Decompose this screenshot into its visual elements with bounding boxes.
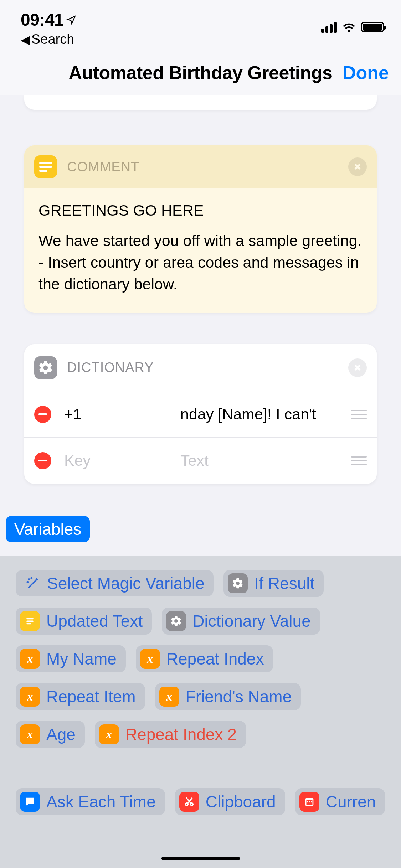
- variables-panel: Select Magic Variable If Result Updated …: [0, 556, 401, 868]
- dict-value-input[interactable]: Text: [180, 452, 209, 469]
- ask-each-time-pill[interactable]: Ask Each Time: [16, 788, 165, 815]
- status-right: [321, 10, 384, 34]
- svg-rect-12: [311, 801, 312, 803]
- dictionary-header: DICTIONARY: [24, 344, 377, 391]
- if-result-pill[interactable]: If Result: [223, 570, 324, 597]
- variable-x-icon: x: [99, 724, 119, 744]
- comment-line-1: GREETINGS GO HERE: [38, 200, 363, 221]
- drag-handle-icon[interactable]: [351, 410, 367, 419]
- variables-chip[interactable]: Variables: [6, 516, 90, 542]
- gear-icon: [166, 611, 186, 631]
- svg-point-0: [29, 579, 29, 580]
- svg-point-1: [27, 582, 28, 582]
- current-date-pill[interactable]: Curren: [295, 788, 385, 815]
- friends-name-pill[interactable]: x Friend's Name: [155, 683, 301, 710]
- text-lines-icon: [20, 611, 40, 631]
- comment-line-3: - Insert country or area codes and messa…: [38, 252, 363, 295]
- svg-rect-4: [26, 621, 34, 622]
- dictionary-value-pill[interactable]: Dictionary Value: [162, 608, 320, 635]
- my-name-pill[interactable]: x My Name: [16, 645, 126, 672]
- variable-x-icon: x: [140, 649, 160, 669]
- comment-delete-button[interactable]: [348, 157, 367, 176]
- cell-signal-icon: [321, 21, 337, 33]
- dictionary-row: Key Text: [24, 438, 377, 484]
- gear-icon: [228, 573, 248, 593]
- dictionary-icon: [34, 356, 57, 379]
- scissors-icon: [179, 792, 199, 812]
- done-button[interactable]: Done: [343, 62, 389, 83]
- svg-rect-10: [307, 801, 308, 803]
- select-magic-variable-button[interactable]: Select Magic Variable: [16, 570, 214, 596]
- dict-key-input[interactable]: +1: [64, 405, 82, 423]
- comment-header-label: COMMENT: [67, 159, 139, 175]
- svg-rect-3: [26, 618, 34, 620]
- back-to-search[interactable]: ◀ Search: [21, 32, 74, 47]
- dict-key-input[interactable]: Key: [64, 452, 91, 469]
- nav-bar: Automated Birthday Greetings Done: [0, 50, 401, 95]
- variable-x-icon: x: [159, 687, 179, 707]
- comment-icon: [34, 155, 57, 178]
- dictionary-delete-button[interactable]: [348, 358, 367, 377]
- dict-value-input[interactable]: nday [Name]! I can't: [180, 405, 316, 423]
- updated-text-pill[interactable]: Updated Text: [16, 608, 152, 635]
- calendar-icon: [299, 792, 319, 812]
- status-bar: 09:41 ◀ Search: [0, 0, 401, 50]
- comment-body[interactable]: GREETINGS GO HERE We have started you of…: [24, 188, 377, 313]
- comment-line-2: We have started you off with a sample gr…: [38, 230, 363, 252]
- dictionary-action-card: DICTIONARY +1 nday [Name]! I can't: [24, 344, 377, 484]
- quick-variables-row[interactable]: Ask Each Time Clipboard Curren: [16, 788, 401, 815]
- svg-rect-11: [309, 801, 310, 803]
- variable-x-icon: x: [20, 649, 40, 669]
- chat-bubble-icon: [20, 792, 40, 812]
- dictionary-row: +1 nday [Name]! I can't: [24, 391, 377, 438]
- repeat-index-pill[interactable]: x Repeat Index: [136, 645, 273, 672]
- dictionary-header-label: DICTIONARY: [67, 360, 154, 375]
- svg-point-2: [31, 578, 32, 578]
- previous-card-sliver: [24, 95, 377, 110]
- content-scroll[interactable]: COMMENT GREETINGS GO HERE We have starte…: [0, 95, 401, 484]
- remove-row-button[interactable]: [34, 406, 51, 423]
- age-pill[interactable]: x Age: [16, 721, 85, 748]
- variable-x-icon: x: [20, 687, 40, 707]
- svg-point-7: [190, 803, 193, 806]
- wifi-icon: [342, 20, 356, 34]
- svg-rect-5: [26, 623, 31, 625]
- comment-action-card: COMMENT GREETINGS GO HERE We have starte…: [24, 145, 377, 313]
- comment-header: COMMENT: [24, 145, 377, 188]
- battery-icon: [361, 22, 384, 32]
- remove-row-button[interactable]: [34, 452, 51, 469]
- clipboard-pill[interactable]: Clipboard: [175, 788, 285, 815]
- page-title: Automated Birthday Greetings: [68, 62, 332, 83]
- repeat-index-2-pill[interactable]: x Repeat Index 2: [95, 721, 246, 748]
- back-caret-icon: ◀: [21, 32, 30, 47]
- drag-handle-icon[interactable]: [351, 456, 367, 465]
- svg-point-6: [185, 803, 188, 806]
- repeat-item-pill[interactable]: x Repeat Item: [16, 683, 145, 710]
- status-time: 09:41: [21, 10, 76, 30]
- home-indicator[interactable]: [161, 857, 240, 860]
- variable-x-icon: x: [20, 724, 40, 744]
- location-icon: [66, 15, 76, 25]
